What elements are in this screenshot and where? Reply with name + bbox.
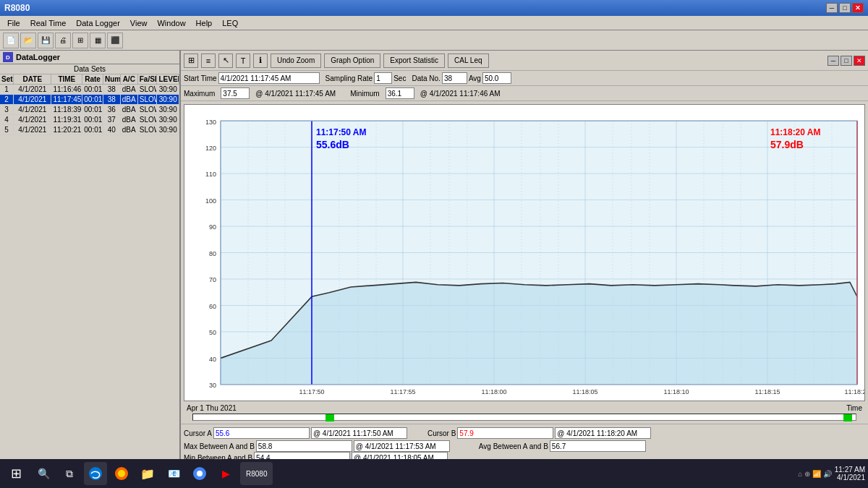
close-window-btn[interactable]: ✕ (852, 3, 864, 13)
max-between-value[interactable] (256, 440, 352, 452)
cursor-b-time[interactable] (555, 427, 651, 439)
grid-btn[interactable]: ⊞ (72, 33, 88, 48)
max-at: @ 4/1/2021 11:17:45 AM (255, 90, 336, 98)
svg-text:11:18:20 AM: 11:18:20 AM (770, 127, 820, 137)
menu-window[interactable]: Window (153, 18, 190, 28)
slider-cursor-b[interactable] (843, 414, 852, 421)
text-icon[interactable]: T (236, 53, 250, 68)
max-input[interactable] (221, 87, 250, 99)
graph-restore-btn[interactable]: □ (841, 56, 852, 66)
table-header: Set DATE TIME Rate Numb A/C Fa/SI LEVEL (0, 74, 179, 85)
grid-icon-btn[interactable]: ⊞ (184, 53, 198, 68)
col-time: TIME (51, 74, 82, 84)
svg-point-68 (118, 470, 125, 477)
cell-time: 11:20:21 (51, 125, 82, 134)
graph-icon-btn2[interactable]: ≡ (201, 53, 216, 68)
cell-level: 30:90 (157, 95, 179, 104)
cell-date: 4/1/2021 (14, 95, 51, 104)
maximize-window-btn[interactable]: □ (839, 3, 851, 13)
cell-ac: dBA (121, 115, 138, 124)
graph-option-btn[interactable]: Graph Option (324, 53, 380, 68)
taskbar-task-view[interactable]: ⧉ (58, 462, 81, 485)
avg-between-value[interactable] (550, 440, 646, 452)
info-icon[interactable]: ℹ (253, 53, 268, 68)
stop-btn[interactable]: ⬛ (107, 33, 123, 48)
graph-close-btn[interactable]: ✕ (854, 56, 865, 66)
sampling-rate-input[interactable] (374, 72, 392, 84)
col-level: LEVEL (157, 74, 179, 84)
cell-ac: dBA (121, 125, 138, 134)
table-row[interactable]: 3 4/1/2021 11:18:39 00:01 36 dBA SLOW 30… (0, 105, 179, 115)
cursor-b-value[interactable] (457, 427, 553, 439)
taskbar-youtube[interactable]: ▶ (214, 462, 237, 485)
cursor-a-time[interactable] (311, 427, 407, 439)
cursor-icon[interactable]: ↖ (218, 53, 233, 68)
min-at: @ 4/1/2021 11:17:46 AM (420, 90, 501, 98)
max-between-field: Max Between A and B (184, 440, 450, 452)
sec-label: Sec (393, 74, 406, 82)
cal-leq-btn[interactable]: CAL Leq (448, 53, 489, 68)
menu-datalogger[interactable]: Data Logger (72, 18, 124, 28)
taskbar-search[interactable]: 🔍 (32, 462, 55, 485)
cursor-a-value[interactable] (213, 427, 310, 439)
print-btn[interactable]: 🖨 (55, 33, 71, 48)
svg-text:30: 30 (209, 381, 216, 390)
menu-view[interactable]: View (126, 18, 152, 28)
table-row[interactable]: 1 4/1/2021 11:16:46 00:01 38 dBA SLOW 30… (0, 85, 179, 95)
start-time-label: Start Time (184, 74, 217, 82)
svg-text:11:18:05: 11:18:05 (573, 388, 598, 396)
taskbar-files[interactable]: 📁 (136, 462, 159, 485)
taskbar-app-label: R8080 (246, 470, 267, 478)
max-label: Maximum (184, 90, 215, 98)
table-row[interactable]: 5 4/1/2021 11:20:21 00:01 40 dBA SLOW 30… (0, 125, 179, 135)
cell-fasi: SLOW (138, 115, 158, 124)
taskbar-mail[interactable]: 📧 (162, 462, 185, 485)
system-tray: ⌂ ⊕ 📶 🔊 (798, 470, 831, 478)
open-btn[interactable]: 📂 (20, 33, 36, 48)
menu-file[interactable]: File (3, 18, 25, 28)
timeline-slider[interactable] (181, 412, 868, 424)
datalogger-icon: D (3, 52, 13, 62)
taskbar: ⊞ 🔍 ⧉ 📁 📧 ▶ R8080 ⌂ ⊕ 📶 🔊 11:27 AM 4/1/2… (0, 459, 868, 488)
menu-realtime[interactable]: Real Time (26, 18, 71, 28)
cell-date: 4/1/2021 (14, 125, 51, 134)
avg-between-field: Avg Between A and B (479, 440, 646, 452)
cell-rate: 00:01 (82, 85, 103, 94)
max-between-time[interactable] (354, 440, 450, 452)
col-ac: A/C (121, 74, 138, 84)
cell-level: 30:90 (157, 115, 179, 124)
cursor-b-field: Cursor B (427, 427, 651, 439)
menu-leq[interactable]: LEQ (218, 18, 242, 28)
taskbar-edge[interactable] (84, 462, 107, 485)
cell-fasi: SLOW (138, 95, 158, 104)
min-label: Minimum (350, 90, 380, 98)
graph-container[interactable]: 130 120 110 100 90 80 70 60 50 40 30 11:… (184, 104, 865, 401)
slider-cursor-a[interactable] (326, 414, 334, 421)
table-row[interactable]: 2 4/1/2021 11:17:45 00:01 38 dBA SLOW 30… (0, 95, 179, 105)
taskbar-app-r8080[interactable]: R8080 (240, 462, 273, 485)
table-row[interactable]: 4 4/1/2021 11:19:31 00:01 37 dBA SLOW 30… (0, 115, 179, 125)
start-time-input[interactable] (218, 72, 320, 84)
col-numb: Numb (103, 74, 121, 84)
svg-text:70: 70 (209, 275, 216, 284)
taskbar-firefox[interactable] (110, 462, 133, 485)
new-btn[interactable]: 📄 (3, 33, 19, 48)
save-btn[interactable]: 💾 (38, 33, 54, 48)
data-no-input[interactable] (442, 72, 467, 84)
svg-text:11:18:15: 11:18:15 (755, 388, 780, 396)
graph-minimize-btn[interactable]: ─ (827, 56, 839, 66)
tool5[interactable]: ▦ (90, 33, 106, 48)
graph-date-bar: Apr 1 Thu 2021 Time (181, 404, 868, 412)
avg-input[interactable] (482, 72, 511, 84)
export-statistic-btn[interactable]: Export Statistic (383, 53, 445, 68)
undo-zoom-btn[interactable]: Undo Zoom (271, 53, 321, 68)
svg-text:11:17:50: 11:17:50 (299, 388, 325, 396)
min-input[interactable] (386, 87, 414, 99)
left-panel: D DataLogger Data Sets Set DATE TIME Rat… (0, 51, 181, 466)
minimize-window-btn[interactable]: ─ (826, 3, 838, 13)
menu-help[interactable]: Help (192, 18, 217, 28)
main-content: D DataLogger Data Sets Set DATE TIME Rat… (0, 51, 868, 466)
sampling-rate-label: Sampling Rate (326, 74, 373, 82)
taskbar-chrome[interactable] (188, 462, 211, 485)
start-button[interactable]: ⊞ (3, 461, 29, 487)
